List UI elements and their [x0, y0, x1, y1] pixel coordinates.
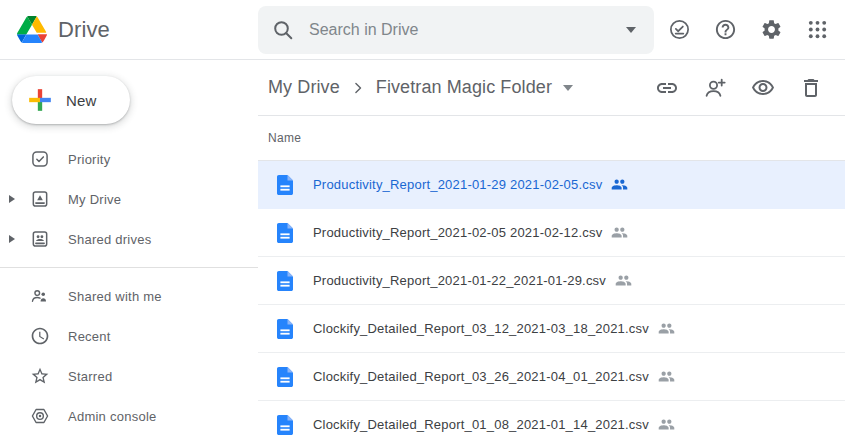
shared-with-me-icon — [30, 286, 50, 306]
csv-file-icon — [277, 319, 293, 339]
shared-people-icon — [658, 320, 675, 337]
share-person-add-icon — [703, 76, 727, 100]
shared-people-icon — [658, 368, 675, 385]
sidebar-item-label: Admin console — [68, 409, 157, 424]
chevron-right-icon — [348, 78, 368, 98]
settings-button[interactable] — [750, 9, 792, 51]
shared-drives-icon — [30, 229, 50, 249]
search-bar[interactable] — [258, 6, 654, 54]
google-apps-button[interactable] — [796, 9, 838, 51]
search-input[interactable] — [299, 21, 622, 39]
sidebar-item-shared-drives[interactable]: Shared drives — [0, 219, 258, 259]
top-bar-actions — [658, 9, 845, 51]
sidebar-divider — [0, 267, 258, 268]
delete-trash-icon — [799, 76, 823, 100]
share-button[interactable] — [695, 68, 735, 108]
file-row[interactable]: Clockify_Detailed_Report_03_26_2021-04_0… — [258, 353, 845, 401]
google-drive-app: Drive — [0, 0, 845, 439]
file-row[interactable]: Clockify_Detailed_Report_01_08_2021-01_1… — [258, 401, 845, 439]
sidebar-item-label: Shared drives — [68, 232, 151, 247]
get-link-icon — [655, 76, 679, 100]
csv-file-icon — [277, 271, 293, 291]
file-name: Clockify_Detailed_Report_01_08_2021-01_1… — [313, 417, 649, 432]
preview-eye-icon — [751, 76, 775, 100]
expand-arrow-icon[interactable] — [9, 195, 15, 203]
sidebar-item-priority[interactable]: Priority — [0, 139, 258, 179]
settings-gear-icon — [760, 18, 783, 41]
preview-button[interactable] — [743, 68, 783, 108]
csv-file-icon — [277, 223, 293, 243]
sidebar-item-label: Shared with me — [68, 289, 162, 304]
file-name: Productivity_Report_2021-01-29 2021-02-0… — [313, 177, 602, 192]
offline-status-icon — [668, 18, 691, 41]
starred-icon — [30, 366, 50, 386]
priority-icon — [30, 149, 50, 169]
sidebar-item-label: Starred — [68, 369, 112, 384]
recent-clock-icon — [30, 326, 50, 346]
apps-grid-icon — [806, 18, 829, 41]
new-button-label: New — [66, 92, 97, 109]
shared-people-icon — [611, 176, 628, 193]
search-icon — [271, 18, 295, 42]
file-row[interactable]: Productivity_Report_2021-01-29 2021-02-0… — [258, 161, 845, 209]
file-row[interactable]: Clockify_Detailed_Report_03_12_2021-03_1… — [258, 305, 845, 353]
delete-button[interactable] — [791, 68, 831, 108]
shared-people-icon — [611, 224, 628, 241]
sidebar-item-shared-with-me[interactable]: Shared with me — [0, 276, 258, 316]
breadcrumb-bar: My Drive Fivetran Magic Folder — [258, 60, 845, 116]
new-button[interactable]: New — [12, 76, 130, 124]
sidebar: New Priority — [0, 60, 258, 439]
file-row[interactable]: Productivity_Report_2021-02-05 2021-02-1… — [258, 209, 845, 257]
sidebar-item-starred[interactable]: Starred — [0, 356, 258, 396]
sidebar-item-label: My Drive — [68, 192, 121, 207]
sidebar-item-label: Recent — [68, 329, 111, 344]
sidebar-item-recent[interactable]: Recent — [0, 316, 258, 356]
shared-people-icon — [615, 272, 632, 289]
help-button[interactable] — [704, 9, 746, 51]
name-header-label: Name — [268, 131, 301, 145]
file-browser: My Drive Fivetran Magic Folder — [258, 60, 845, 439]
current-folder-name: Fivetran Magic Folder — [376, 77, 552, 98]
shared-people-icon — [658, 416, 675, 433]
admin-console-icon — [30, 406, 50, 426]
get-link-button[interactable] — [647, 68, 687, 108]
sidebar-item-admin-console[interactable]: Admin console — [0, 396, 258, 436]
breadcrumb-my-drive[interactable]: My Drive — [268, 77, 340, 98]
breadcrumb-current-folder[interactable]: Fivetran Magic Folder — [376, 77, 573, 98]
file-name: Clockify_Detailed_Report_03_26_2021-04_0… — [313, 369, 649, 384]
expand-arrow-icon[interactable] — [9, 235, 15, 243]
drive-logo-icon — [17, 16, 47, 43]
app-name: Drive — [58, 17, 110, 43]
sidebar-item-label: Priority — [68, 152, 110, 167]
csv-file-icon — [277, 367, 293, 387]
top-bar: Drive — [0, 0, 845, 60]
sidebar-nav: Priority My Drive — [0, 139, 258, 436]
sidebar-item-my-drive[interactable]: My Drive — [0, 179, 258, 219]
search-options-caret-icon[interactable] — [626, 27, 636, 33]
column-header-name[interactable]: Name — [258, 116, 845, 161]
file-name: Clockify_Detailed_Report_03_12_2021-03_1… — [313, 321, 649, 336]
help-icon — [714, 18, 737, 41]
csv-file-icon — [277, 175, 293, 195]
csv-file-icon — [277, 415, 293, 435]
multicolor-plus-icon — [27, 87, 53, 113]
offline-status-button[interactable] — [658, 9, 700, 51]
file-list: Productivity_Report_2021-01-29 2021-02-0… — [258, 161, 845, 439]
file-name: Productivity_Report_2021-01-22_2021-01-2… — [313, 273, 606, 288]
file-row[interactable]: Productivity_Report_2021-01-22_2021-01-2… — [258, 257, 845, 305]
my-drive-icon — [30, 189, 50, 209]
folder-menu-caret-icon[interactable] — [563, 85, 573, 91]
drive-logo-home[interactable]: Drive — [0, 16, 258, 43]
folder-toolbar — [647, 68, 831, 108]
file-name: Productivity_Report_2021-02-05 2021-02-1… — [313, 225, 602, 240]
